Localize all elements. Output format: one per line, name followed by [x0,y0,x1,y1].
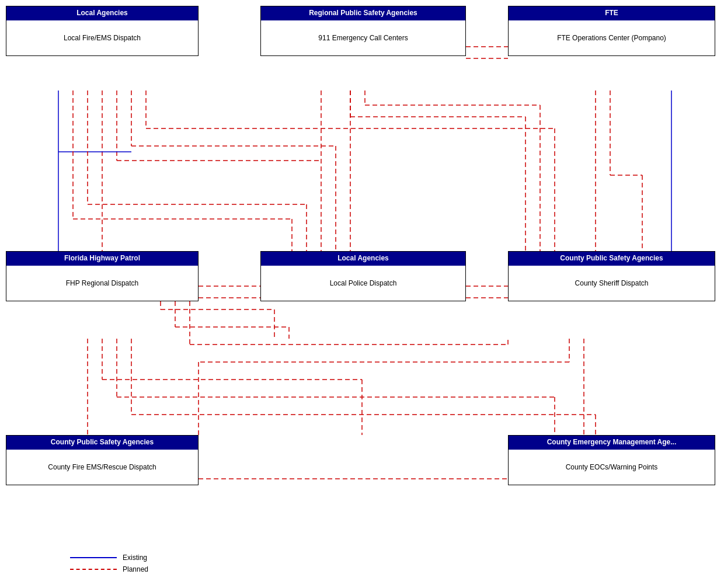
node-fte-body: FTE Operations Center (Pompano) [509,20,715,55]
diagram-container: Local Agencies Local Fire/EMS Dispatch R… [0,0,724,588]
legend: Existing Planned [70,554,148,573]
node-local-agencies-top: Local Agencies Local Fire/EMS Dispatch [6,6,199,56]
node-county-fire-body: County Fire EMS/Rescue Dispatch [6,450,198,485]
legend-existing: Existing [70,554,148,562]
node-county-eoc: County Emergency Management Age... Count… [508,435,715,485]
planned-line-icon [70,569,117,570]
node-county-eoc-header: County Emergency Management Age... [509,436,715,450]
node-fte-header: FTE [509,6,715,20]
node-county-fire: County Public Safety Agencies County Fir… [6,435,199,485]
planned-label: Planned [123,565,148,573]
node-fhp-header: Florida Highway Patrol [6,252,198,266]
node-fte: FTE FTE Operations Center (Pompano) [508,6,715,56]
node-county-sheriff-header: County Public Safety Agencies [509,252,715,266]
existing-label: Existing [123,554,147,562]
node-county-fire-header: County Public Safety Agencies [6,436,198,450]
node-county-eoc-body: County EOCs/Warning Points [509,450,715,485]
node-county-sheriff-body: County Sheriff Dispatch [509,266,715,301]
node-fhp-body: FHP Regional Dispatch [6,266,198,301]
node-local-agencies-top-header: Local Agencies [6,6,198,20]
node-county-sheriff: County Public Safety Agencies County She… [508,251,715,301]
node-regional-psa: Regional Public Safety Agencies 911 Emer… [260,6,466,56]
legend-planned: Planned [70,565,148,573]
node-fhp: Florida Highway Patrol FHP Regional Disp… [6,251,199,301]
node-regional-psa-body: 911 Emergency Call Centers [261,20,465,55]
node-regional-psa-header: Regional Public Safety Agencies [261,6,465,20]
node-local-police: Local Agencies Local Police Dispatch [260,251,466,301]
node-local-police-header: Local Agencies [261,252,465,266]
node-local-police-body: Local Police Dispatch [261,266,465,301]
existing-line-icon [70,557,117,558]
node-local-agencies-top-body: Local Fire/EMS Dispatch [6,20,198,55]
